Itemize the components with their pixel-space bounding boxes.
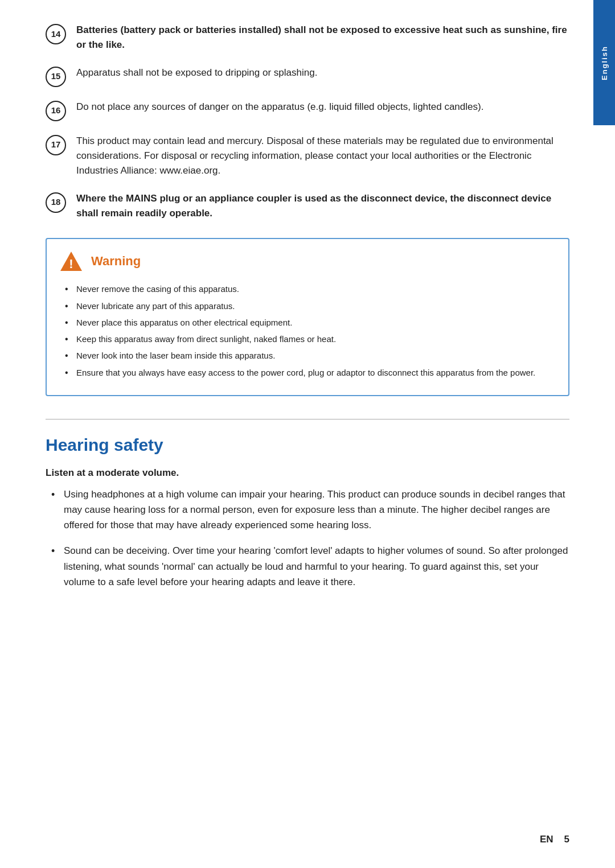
numbered-list-item: 15Apparatus shall not be exposed to drip… [46, 65, 569, 87]
hearing-list: Using headphones at a high volume can im… [46, 487, 569, 590]
svg-text:!: ! [69, 257, 73, 271]
warning-section: ! Warning Never remove the casing of thi… [46, 238, 569, 396]
item-text: Where the MAINS plug or an appliance cou… [76, 191, 569, 221]
warning-list-item: Never look into the laser beam inside th… [65, 349, 556, 362]
warning-list-item: Keep this apparatus away from direct sun… [65, 332, 556, 345]
footer-page-number: 5 [564, 834, 569, 845]
numbered-list-item: 16Do not place any sources of danger on … [46, 100, 569, 121]
item-text: Apparatus shall not be exposed to drippi… [76, 65, 569, 80]
numbered-list: 14Batteries (battery pack or batteries i… [46, 23, 569, 221]
page-container: English 14Batteries (battery pack or bat… [0, 0, 615, 868]
warning-list-item: Never place this apparatus on other elec… [65, 316, 556, 329]
hearing-safety-section: Hearing safety Listen at a moderate volu… [46, 435, 569, 590]
hearing-list-item: Sound can be deceiving. Over time your h… [51, 543, 569, 590]
warning-list: Never remove the casing of this apparatu… [59, 282, 556, 379]
side-tab-label: English [600, 46, 609, 80]
numbered-list-item: 14Batteries (battery pack or batteries i… [46, 23, 569, 53]
warning-header: ! Warning [59, 249, 556, 273]
section-divider [46, 419, 569, 419]
hearing-list-item: Using headphones at a high volume can im… [51, 487, 569, 533]
numbered-list-item: 17This product may contain lead and merc… [46, 134, 569, 179]
item-number-badge: 17 [46, 135, 66, 155]
item-number-badge: 15 [46, 67, 66, 87]
hearing-safety-title: Hearing safety [46, 435, 569, 455]
item-number-badge: 16 [46, 101, 66, 121]
side-tab: English [593, 0, 615, 125]
warning-title: Warning [91, 254, 141, 269]
item-text: Do not place any sources of danger on th… [76, 100, 569, 114]
item-number-badge: 18 [46, 192, 66, 213]
warning-triangle-icon: ! [59, 249, 83, 273]
page-footer: EN 5 [540, 834, 569, 845]
item-number-badge: 14 [46, 24, 66, 44]
warning-list-item: Never remove the casing of this apparatu… [65, 282, 556, 295]
footer-label: EN [540, 834, 554, 845]
warning-list-item: Never lubricate any part of this apparat… [65, 299, 556, 312]
item-text: This product may contain lead and mercur… [76, 134, 569, 179]
item-text: Batteries (battery pack or batteries ins… [76, 23, 569, 53]
numbered-list-item: 18Where the MAINS plug or an appliance c… [46, 191, 569, 221]
warning-list-item: Ensure that you always have easy access … [65, 366, 556, 379]
hearing-safety-subtitle: Listen at a moderate volume. [46, 467, 569, 479]
